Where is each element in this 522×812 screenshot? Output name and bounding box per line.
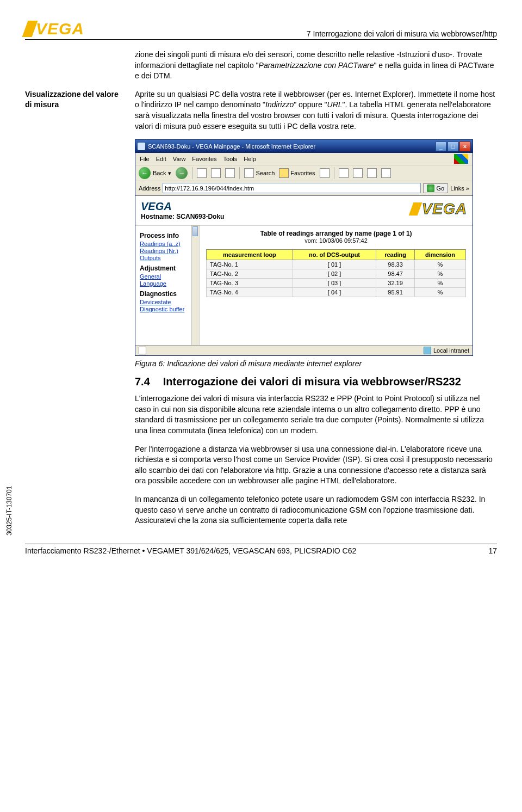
readings-table-title: Table of readings arranged by name (page… <box>206 230 466 237</box>
ie-window: SCAN693-Doku - VEGA Mainpage - Microsoft… <box>135 139 473 356</box>
refresh-icon[interactable] <box>211 168 221 178</box>
margin-heading: Visualizzazione del valore di misura <box>25 89 127 110</box>
content-vega-logo-yellow: VEGA <box>411 200 467 218</box>
zone-label: Local intranet <box>433 347 469 354</box>
th-dimension: dimension <box>414 250 465 260</box>
go-button[interactable]: Go <box>423 183 448 193</box>
menu-edit[interactable]: Edit <box>156 156 166 162</box>
menu-tools[interactable]: Tools <box>223 156 238 162</box>
edit-icon[interactable] <box>367 168 377 178</box>
sidebar-link-readings-az[interactable]: Readings (a..z) <box>140 241 197 247</box>
section-74-para-3: In mancanza di un collegamento telefonic… <box>135 494 497 526</box>
forward-button[interactable]: → <box>176 167 188 179</box>
th-reading: reading <box>376 250 415 260</box>
section-heading-74: 7.4 Interrogazione dei valori di misura … <box>135 376 497 388</box>
sidebar-link-language[interactable]: Language <box>140 280 197 287</box>
address-input[interactable] <box>163 183 421 193</box>
zone-icon <box>424 347 431 354</box>
address-label: Address <box>139 185 160 192</box>
th-measurement-loop: measurement loop <box>207 250 293 260</box>
back-button[interactable]: ← Back ▾ <box>139 167 171 179</box>
figure-caption: Figura 6: Indicazione dei valori di misu… <box>135 359 497 368</box>
table-row: TAG-No. 2[ 02 ]98.47% <box>207 269 466 279</box>
page-header: VEGA 7 Interrogazione dei valori di misu… <box>25 20 497 40</box>
vega-logo: VEGA <box>25 20 84 38</box>
section-74-para-1: L'interrogazione dei valori di misura vi… <box>135 393 497 436</box>
page-footer: Interfacciamento RS232-/Ethernet • VEGAM… <box>25 544 497 555</box>
stop-icon[interactable] <box>197 168 207 178</box>
sidebar-link-devicestate[interactable]: Devicestate <box>140 299 197 305</box>
ie-titlebar: SCAN693-Doku - VEGA Mainpage - Microsoft… <box>135 140 473 153</box>
ie-sidebar: Process info Readings (a..z) Readings (N… <box>135 225 200 345</box>
sidebar-group-adjustment: Adjustment <box>140 264 197 272</box>
links-button[interactable]: Links » <box>450 185 469 192</box>
star-icon <box>279 168 289 178</box>
favorites-button[interactable]: Favorites <box>279 168 315 178</box>
sidebar-link-general[interactable]: General <box>140 273 197 280</box>
close-button[interactable]: × <box>459 142 470 151</box>
maximize-button[interactable]: □ <box>448 142 458 151</box>
main-paragraph-1: Aprite su un qualsiasi PC della vostra r… <box>135 89 497 132</box>
history-icon[interactable] <box>320 168 330 178</box>
mail-icon[interactable] <box>339 168 349 178</box>
sidebar-link-outputs[interactable]: Outputs <box>140 255 197 261</box>
status-left-icon <box>139 347 146 354</box>
ie-status-bar: Local intranet <box>135 345 473 355</box>
search-button[interactable]: Search <box>244 168 275 178</box>
scrollbar-thumb[interactable] <box>192 226 198 236</box>
menu-file[interactable]: File <box>140 156 150 162</box>
search-icon <box>244 168 254 178</box>
table-row: TAG-No. 4[ 04 ]95.91% <box>207 288 466 297</box>
sidebar-link-diagbuffer[interactable]: Diagnostic buffer <box>140 306 197 312</box>
th-dcs-output: no. of DCS-output <box>293 250 376 260</box>
page-number: 17 <box>488 546 497 555</box>
ie-window-title: SCAN693-Doku - VEGA Mainpage - Microsoft… <box>148 143 315 150</box>
menu-view[interactable]: View <box>173 156 186 162</box>
print-icon[interactable] <box>353 168 363 178</box>
readings-table-date: vom: 10/03/06 09:57:42 <box>206 237 466 244</box>
windows-flag-icon <box>454 154 468 164</box>
ie-toolbar: ← Back ▾ → Search Favorites <box>135 165 473 181</box>
intro-paragraph: zione dei singoli punti di misura e/o de… <box>135 50 497 82</box>
sidebar-link-readings-nr[interactable]: Readings (Nr.) <box>140 248 197 254</box>
menu-help[interactable]: Help <box>244 156 256 162</box>
content-vega-logo: VEGA <box>141 200 224 213</box>
ie-address-bar: Address Go Links » <box>135 181 473 195</box>
footer-text: Interfacciamento RS232-/Ethernet • VEGAM… <box>25 546 356 555</box>
go-icon <box>427 184 434 192</box>
sidebar-group-process: Process info <box>140 232 197 239</box>
document-id: 30325-IT-130701 <box>5 485 13 535</box>
page-content-header: VEGA Hostname: SCAN693-Doku VEGA <box>135 196 473 225</box>
menu-favorites[interactable]: Favorites <box>192 156 216 162</box>
sidebar-group-diagnostics: Diagnostics <box>140 290 197 298</box>
vega-logo-text: VEGA <box>36 20 84 38</box>
discuss-icon[interactable] <box>381 168 391 178</box>
section-74-para-2: Per l'interrogazione a distanza via webb… <box>135 444 497 487</box>
chapter-title: 7 Interrogazione dei valori di misura vi… <box>307 29 497 38</box>
table-row: TAG-No. 1[ 01 ]98.33% <box>207 260 466 269</box>
minimize-button[interactable]: _ <box>436 142 446 151</box>
readings-table: measurement loop no. of DCS-output readi… <box>206 249 466 297</box>
ie-app-icon <box>138 143 145 150</box>
home-icon[interactable] <box>225 168 235 178</box>
table-row: TAG-No. 3[ 03 ]32.19% <box>207 279 466 288</box>
ie-menu-bar: File Edit View Favorites Tools Help <box>135 153 473 165</box>
